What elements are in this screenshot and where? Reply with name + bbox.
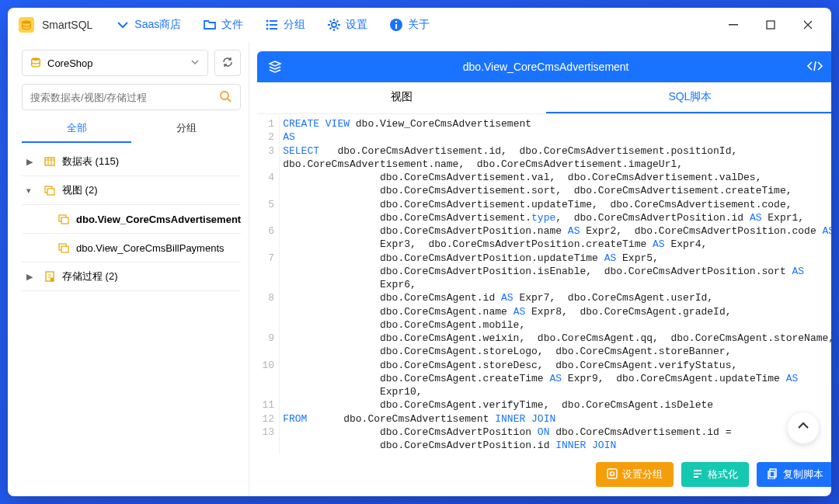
svg-rect-9 <box>395 24 397 29</box>
procedure-icon <box>44 271 56 282</box>
group-icon <box>607 468 618 481</box>
tree-views-label: 视图 (2) <box>62 183 98 197</box>
sub-tabs: 视图 SQL脚本 <box>257 82 831 114</box>
svg-rect-12 <box>767 21 775 29</box>
window-minimize-button[interactable] <box>716 13 750 36</box>
svg-point-0 <box>23 20 31 23</box>
folder-icon <box>203 18 217 32</box>
body: CoreShop 全部 分组 ▶ 数据表 (115) <box>8 42 831 496</box>
svg-point-5 <box>266 28 269 30</box>
menu-file-label: 文件 <box>221 18 243 32</box>
editor-code[interactable]: CREATE VIEW dbo.View_CoreCmsAdvertisemen… <box>279 117 831 454</box>
search-icon <box>218 89 232 106</box>
chevron-down-icon <box>116 18 130 32</box>
svg-point-10 <box>395 21 397 23</box>
tree-view-item-1-label: dbo.View_CoreCmsAdvertisement <box>76 214 241 225</box>
search-input[interactable] <box>30 92 212 103</box>
copy-label: 复制脚本 <box>783 468 823 481</box>
refresh-icon <box>221 56 234 71</box>
svg-rect-4 <box>270 24 277 26</box>
subtab-view[interactable]: 视图 <box>257 82 545 113</box>
tree-procedures-label: 存储过程 (2) <box>62 269 118 283</box>
svg-point-3 <box>266 24 269 26</box>
set-group-button[interactable]: 设置分组 <box>596 462 674 487</box>
tree-view-item-1[interactable]: dbo.View_CoreCmsAdvertisement <box>22 205 241 233</box>
menu-group[interactable]: 分组 <box>256 13 315 36</box>
scroll-to-top-button[interactable] <box>788 412 819 443</box>
subtab-sql[interactable]: SQL脚本 <box>546 82 831 113</box>
list-icon <box>265 18 279 32</box>
chevron-right-icon: ▶ <box>26 272 37 282</box>
chevron-right-icon: ▶ <box>26 157 37 167</box>
svg-point-13 <box>32 57 40 61</box>
view-icon <box>44 185 56 196</box>
table-icon <box>44 156 56 167</box>
svg-rect-26 <box>770 469 776 477</box>
chevron-down-icon: ▾ <box>26 186 37 196</box>
object-tree: ▶ 数据表 (115) ▾ 视图 (2) dbo.View_CoreCmsAdv… <box>22 148 241 488</box>
svg-point-1 <box>266 20 269 23</box>
window-close-button[interactable] <box>791 13 825 36</box>
svg-rect-6 <box>270 28 277 30</box>
tree-view-item-2[interactable]: dbo.View_CoreCmsBillPayments <box>22 234 241 262</box>
svg-point-25 <box>611 471 614 475</box>
database-selector[interactable]: CoreShop <box>22 50 208 76</box>
menu-settings[interactable]: 设置 <box>318 13 377 36</box>
copy-icon <box>768 468 778 481</box>
info-icon <box>389 18 403 32</box>
menu-saas[interactable]: Saas商店 <box>106 13 190 36</box>
tree-procedures[interactable]: ▶ 存储过程 (2) <box>22 262 241 290</box>
menu-file[interactable]: 文件 <box>193 13 252 36</box>
svg-rect-19 <box>61 217 68 224</box>
gear-icon <box>327 18 341 32</box>
tab-all[interactable]: 全部 <box>22 115 131 143</box>
database-name: CoreShop <box>47 57 93 69</box>
menu-about-label: 关于 <box>408 18 430 32</box>
app-name: SmartSQL <box>42 19 92 31</box>
svg-point-7 <box>332 23 336 27</box>
editor-gutter: 123 4 5 6 7 8 9 10 111213 1415 <box>257 117 279 454</box>
app-logo-icon <box>19 17 34 33</box>
menu-saas-label: Saas商店 <box>134 18 181 32</box>
format-label: 格式化 <box>708 468 738 481</box>
chevron-up-icon <box>796 419 810 436</box>
main-panel: dbo.View_CoreCmsAdvertisement 视图 SQL脚本 1… <box>249 42 831 496</box>
view-icon <box>57 242 70 253</box>
app-window: SmartSQL Saas商店 文件 分组 设置 关于 <box>8 8 831 496</box>
database-icon <box>30 57 41 70</box>
svg-rect-17 <box>47 189 54 195</box>
tree-view-item-2-label: dbo.View_CoreCmsBillPayments <box>76 242 225 254</box>
menu-group-label: 分组 <box>284 18 305 32</box>
footer-actions: 设置分组 格式化 复制脚本 <box>257 454 831 487</box>
menu-about[interactable]: 关于 <box>380 13 439 36</box>
refresh-button[interactable] <box>214 50 241 76</box>
svg-rect-24 <box>607 469 617 478</box>
titlebar: SmartSQL Saas商店 文件 分组 设置 关于 <box>8 8 831 42</box>
tree-tables-label: 数据表 (115) <box>62 155 119 169</box>
view-icon <box>57 214 70 224</box>
svg-point-23 <box>50 278 54 282</box>
main-title: dbo.View_CoreCmsAdvertisement <box>257 61 831 73</box>
sql-editor[interactable]: 123 4 5 6 7 8 9 10 111213 1415 CREATE VI… <box>257 114 831 454</box>
sidebar: CoreShop 全部 分组 ▶ 数据表 (115) <box>8 42 249 496</box>
menu-settings-label: 设置 <box>346 18 367 32</box>
svg-rect-27 <box>768 471 775 479</box>
main-header: dbo.View_CoreCmsAdvertisement <box>257 51 831 82</box>
svg-rect-11 <box>729 24 738 26</box>
window-maximize-button[interactable] <box>754 13 788 36</box>
format-button[interactable]: 格式化 <box>681 462 749 487</box>
sidebar-tabs: 全部 分组 <box>22 115 241 143</box>
tree-tables[interactable]: ▶ 数据表 (115) <box>22 148 241 176</box>
tree-views[interactable]: ▾ 视图 (2) <box>22 176 241 204</box>
svg-rect-21 <box>61 246 68 252</box>
tab-group[interactable]: 分组 <box>131 115 241 143</box>
copy-script-button[interactable]: 复制脚本 <box>757 462 831 487</box>
svg-point-14 <box>221 92 228 99</box>
format-icon <box>692 468 703 481</box>
search-box[interactable] <box>22 84 241 110</box>
set-group-label: 设置分组 <box>622 468 663 481</box>
svg-rect-2 <box>270 20 277 22</box>
chevron-down-icon <box>190 57 200 69</box>
svg-rect-15 <box>45 158 54 165</box>
